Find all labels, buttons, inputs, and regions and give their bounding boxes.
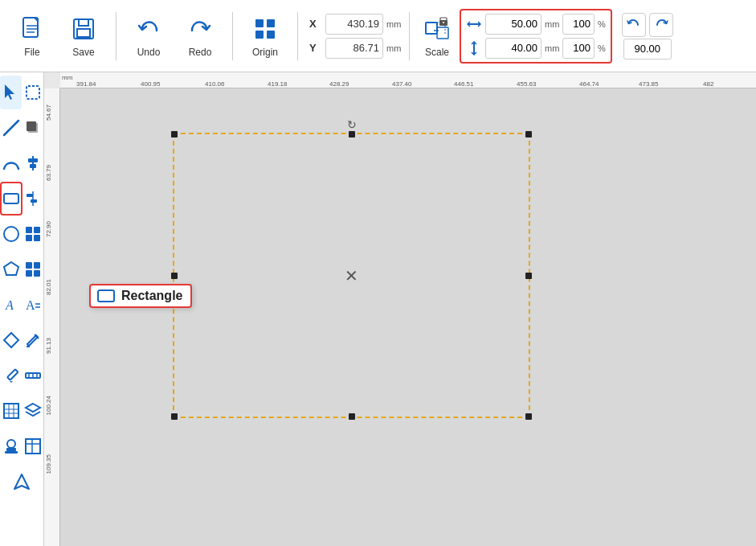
svg-rect-27 xyxy=(4,194,18,203)
undo-button[interactable]: Undo xyxy=(125,4,173,68)
center-mark: ✕ xyxy=(345,266,358,285)
x-unit: mm xyxy=(386,19,401,29)
handle-mid-right[interactable] xyxy=(525,273,532,279)
sidebar-item-line[interactable] xyxy=(0,111,22,145)
svg-marker-48 xyxy=(10,381,13,383)
sidebar-item-circle[interactable] xyxy=(0,217,22,251)
canvas-content: ↻ ✕ xyxy=(60,88,756,546)
svg-text:A: A xyxy=(26,298,35,312)
main-area: A A xyxy=(0,72,756,546)
sidebar-item-curve[interactable] xyxy=(0,146,22,180)
height-pct-input[interactable] xyxy=(562,38,595,59)
ruler-top-4: 419.18 xyxy=(268,80,287,88)
handle-bottom-left[interactable] xyxy=(171,413,178,420)
width-icon xyxy=(466,16,482,32)
ruler-top-6: 437.40 xyxy=(392,80,411,88)
rotate-cw-button[interactable] xyxy=(649,13,673,37)
sidebar-item-rectangle[interactable] xyxy=(0,182,22,216)
svg-rect-29 xyxy=(27,194,33,197)
sidebar: A A xyxy=(0,72,44,546)
width-unit: mm xyxy=(545,19,559,29)
rotate-buttons xyxy=(622,13,673,37)
redo-button[interactable]: Redo xyxy=(176,4,224,68)
sidebar-item-text[interactable]: A xyxy=(0,288,22,322)
y-input[interactable] xyxy=(325,38,383,59)
height-row: mm % xyxy=(466,38,606,59)
divider-2 xyxy=(232,12,233,60)
rotate-handle[interactable]: ↻ xyxy=(345,118,358,131)
svg-marker-65 xyxy=(14,474,29,489)
sidebar-item-nav[interactable] xyxy=(0,465,43,499)
save-button[interactable]: Save xyxy=(59,4,108,68)
canvas-area: mm 391.84 400.95 410.06 419.18 428.29 43… xyxy=(44,72,756,546)
handle-top-left[interactable] xyxy=(171,131,178,138)
sidebar-item-stamp[interactable] xyxy=(0,429,22,463)
undo-icon xyxy=(134,14,163,43)
svg-marker-45 xyxy=(4,333,18,347)
ruler-left-3: 72.90 xyxy=(45,221,52,237)
file-icon xyxy=(18,14,47,43)
origin-button[interactable]: Origin xyxy=(241,4,289,68)
svg-rect-47 xyxy=(7,369,18,380)
rotate-input[interactable] xyxy=(623,39,672,60)
height-input[interactable] xyxy=(485,38,541,59)
scale-section: Scale xyxy=(421,14,453,58)
sidebar-item-select[interactable] xyxy=(0,76,22,109)
redo-icon xyxy=(186,14,215,43)
coordinates-section: X mm Y mm xyxy=(309,14,401,59)
ruler-top-10: 473.85 xyxy=(639,80,658,88)
sidebar-item-grid2[interactable] xyxy=(0,394,22,428)
ruler-top-11: 482 xyxy=(703,80,713,88)
selected-tool-text: Rectangle xyxy=(121,289,182,303)
rotate-ccw-button[interactable] xyxy=(622,13,646,37)
height-pct-label: % xyxy=(598,43,606,53)
ruler-top-9: 464.74 xyxy=(579,80,599,88)
redo-label: Redo xyxy=(189,47,212,58)
sidebar-item-windows[interactable] xyxy=(22,252,43,286)
wh-section: mm % mm % xyxy=(460,9,612,64)
ruler-top-7: 446.51 xyxy=(454,80,473,88)
rotate-section xyxy=(622,13,673,60)
origin-icon xyxy=(251,14,280,43)
sidebar-item-measure[interactable] xyxy=(22,359,43,392)
sidebar-item-layers[interactable] xyxy=(22,394,43,428)
sidebar-item-move[interactable] xyxy=(22,111,43,145)
handle-bottom-right[interactable] xyxy=(525,413,532,420)
sidebar-item-grid[interactable] xyxy=(22,217,43,251)
ruler-left-7: 109.35 xyxy=(45,454,52,474)
sidebar-item-align2[interactable] xyxy=(22,182,43,216)
sidebar-item-polygon[interactable] xyxy=(0,252,22,286)
svg-point-16 xyxy=(443,22,444,23)
ruler-left-2: 63.79 xyxy=(45,165,52,181)
x-input[interactable] xyxy=(325,14,383,35)
svg-rect-30 xyxy=(31,199,37,203)
ruler-top-8: 455.63 xyxy=(517,80,536,88)
handle-top-right[interactable] xyxy=(525,131,532,138)
sidebar-item-text2[interactable]: A xyxy=(22,288,43,322)
sidebar-item-edit[interactable] xyxy=(22,323,43,357)
file-button[interactable]: File xyxy=(8,4,56,68)
undo-label: Undo xyxy=(137,47,161,58)
width-pct-input[interactable] xyxy=(562,14,595,35)
ruler-top-5: 428.29 xyxy=(329,80,349,88)
rectangle-shape[interactable]: ↻ ✕ xyxy=(173,133,530,418)
ruler-left-5: 91.13 xyxy=(45,338,52,354)
handle-mid-left[interactable] xyxy=(171,273,178,279)
ruler-top-1: 391.84 xyxy=(76,80,96,88)
save-icon xyxy=(69,14,98,43)
width-input[interactable] xyxy=(485,14,541,35)
handle-mid-top[interactable] xyxy=(349,131,355,138)
sidebar-item-align[interactable] xyxy=(22,146,43,180)
sidebar-item-select-rect[interactable] xyxy=(22,76,43,109)
handle-mid-bottom[interactable] xyxy=(349,413,355,420)
svg-rect-66 xyxy=(98,290,114,302)
origin-label: Origin xyxy=(252,47,278,58)
x-coord-row: X mm xyxy=(309,14,401,35)
svg-rect-11 xyxy=(426,23,437,34)
svg-marker-36 xyxy=(4,262,18,275)
sidebar-item-table[interactable] xyxy=(22,429,43,463)
sidebar-item-pencil[interactable] xyxy=(0,359,22,392)
svg-rect-20 xyxy=(27,86,39,99)
width-row: mm % xyxy=(466,14,606,35)
sidebar-item-diamond[interactable] xyxy=(0,323,22,357)
